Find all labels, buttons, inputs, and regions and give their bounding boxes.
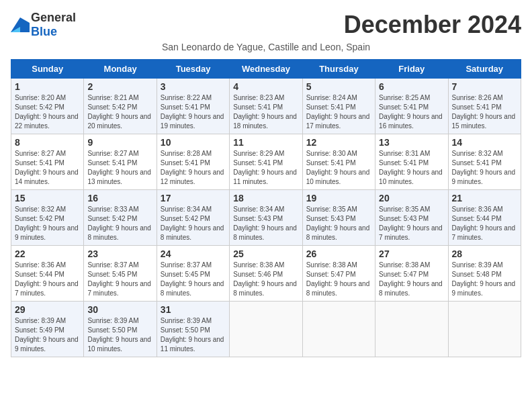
day-daylight: Daylight: 9 hours and 9 minutes. [452, 169, 516, 185]
day-sunset: Sunset: 5:45 PM [161, 271, 210, 278]
day-sunrise: Sunrise: 8:37 AM [161, 261, 212, 269]
day-number: 7 [452, 81, 517, 92]
calendar-cell: 22 Sunrise: 8:36 AM Sunset: 5:44 PM Dayl… [11, 246, 84, 302]
day-sunrise: Sunrise: 8:34 AM [161, 205, 212, 213]
logo-text: General Blue [31, 11, 76, 39]
day-number: 27 [379, 248, 444, 259]
header-row: Sunday Monday Tuesday Wednesday Thursday… [11, 60, 521, 79]
calendar-cell: 26 Sunrise: 8:38 AM Sunset: 5:47 PM Dayl… [302, 246, 375, 302]
calendar-cell: 25 Sunrise: 8:38 AM Sunset: 5:46 PM Dayl… [230, 246, 302, 302]
day-daylight: Daylight: 9 hours and 7 minutes. [87, 280, 151, 297]
day-daylight: Daylight: 9 hours and 8 minutes. [161, 224, 224, 241]
day-daylight: Daylight: 9 hours and 8 minutes. [233, 280, 297, 297]
logo-area: General Blue [11, 11, 76, 39]
logo-general: General [31, 11, 76, 24]
day-sunrise: Sunrise: 8:39 AM [87, 317, 138, 324]
calendar-cell: 28 Sunrise: 8:39 AM Sunset: 5:48 PM Dayl… [448, 246, 521, 302]
day-sunset: Sunset: 5:41 PM [161, 159, 210, 167]
calendar-cell: 27 Sunrise: 8:38 AM Sunset: 5:47 PM Dayl… [375, 246, 448, 302]
day-sunrise: Sunrise: 8:31 AM [379, 150, 430, 157]
calendar-cell: 8 Sunrise: 8:27 AM Sunset: 5:41 PM Dayli… [11, 134, 84, 190]
calendar-cell: 4 Sunrise: 8:23 AM Sunset: 5:41 PM Dayli… [230, 79, 302, 134]
day-sunrise: Sunrise: 8:33 AM [87, 205, 138, 213]
calendar-cell: 31 Sunrise: 8:39 AM Sunset: 5:50 PM Dayl… [157, 302, 229, 357]
day-sunset: Sunset: 5:49 PM [15, 326, 64, 334]
calendar-cell [230, 302, 302, 357]
page-container: General Blue December 2024 San Leonardo … [11, 11, 521, 357]
day-sunset: Sunset: 5:41 PM [379, 159, 429, 167]
calendar-week-4: 22 Sunrise: 8:36 AM Sunset: 5:44 PM Dayl… [11, 246, 521, 302]
day-sunset: Sunset: 5:41 PM [306, 159, 356, 167]
day-sunrise: Sunrise: 8:32 AM [15, 205, 66, 213]
day-daylight: Daylight: 9 hours and 10 minutes. [306, 169, 370, 185]
calendar-cell: 13 Sunrise: 8:31 AM Sunset: 5:41 PM Dayl… [375, 134, 448, 190]
day-daylight: Daylight: 9 hours and 8 minutes. [306, 224, 370, 241]
day-number: 11 [233, 137, 298, 148]
day-number: 14 [452, 137, 517, 148]
day-daylight: Daylight: 9 hours and 12 minutes. [161, 169, 224, 185]
calendar-cell: 2 Sunrise: 8:21 AM Sunset: 5:42 PM Dayli… [84, 79, 157, 134]
day-number: 5 [306, 81, 371, 92]
col-tuesday: Tuesday [157, 60, 229, 79]
day-sunset: Sunset: 5:42 PM [15, 103, 64, 111]
day-number: 1 [15, 81, 80, 92]
day-sunrise: Sunrise: 8:26 AM [452, 94, 503, 101]
col-sunday: Sunday [11, 60, 84, 79]
calendar-cell: 23 Sunrise: 8:37 AM Sunset: 5:45 PM Dayl… [84, 246, 157, 302]
day-number: 24 [161, 248, 226, 259]
calendar-cell [375, 302, 448, 357]
calendar-cell: 9 Sunrise: 8:27 AM Sunset: 5:41 PM Dayli… [84, 134, 157, 190]
day-daylight: Daylight: 9 hours and 18 minutes. [233, 113, 297, 130]
day-sunset: Sunset: 5:42 PM [87, 103, 137, 111]
day-daylight: Daylight: 9 hours and 19 minutes. [161, 113, 224, 130]
day-sunset: Sunset: 5:46 PM [233, 271, 283, 278]
day-sunset: Sunset: 5:41 PM [233, 103, 283, 111]
day-sunset: Sunset: 5:41 PM [161, 103, 210, 111]
day-daylight: Daylight: 9 hours and 22 minutes. [15, 113, 79, 130]
day-number: 31 [161, 304, 226, 315]
month-title: December 2024 [344, 11, 521, 39]
day-daylight: Daylight: 9 hours and 8 minutes. [379, 280, 443, 297]
day-sunset: Sunset: 5:41 PM [452, 103, 502, 111]
day-sunrise: Sunrise: 8:21 AM [87, 94, 138, 101]
day-sunrise: Sunrise: 8:30 AM [306, 150, 357, 157]
day-daylight: Daylight: 9 hours and 8 minutes. [306, 280, 370, 297]
day-sunrise: Sunrise: 8:36 AM [452, 205, 503, 213]
day-sunrise: Sunrise: 8:38 AM [379, 261, 430, 269]
calendar-cell: 6 Sunrise: 8:25 AM Sunset: 5:41 PM Dayli… [375, 79, 448, 134]
day-sunrise: Sunrise: 8:38 AM [306, 261, 357, 269]
day-daylight: Daylight: 9 hours and 17 minutes. [306, 113, 370, 130]
day-number: 23 [87, 248, 152, 259]
day-daylight: Daylight: 9 hours and 9 minutes. [15, 336, 79, 353]
day-sunrise: Sunrise: 8:28 AM [161, 150, 212, 157]
col-saturday: Saturday [448, 60, 521, 79]
day-number: 25 [233, 248, 298, 259]
day-sunset: Sunset: 5:48 PM [452, 271, 502, 278]
calendar-cell: 15 Sunrise: 8:32 AM Sunset: 5:42 PM Dayl… [11, 190, 84, 246]
day-daylight: Daylight: 9 hours and 9 minutes. [15, 224, 79, 241]
day-sunset: Sunset: 5:42 PM [15, 215, 64, 222]
day-daylight: Daylight: 9 hours and 11 minutes. [233, 169, 297, 185]
logo-blue: Blue [31, 25, 57, 38]
day-number: 20 [379, 193, 444, 203]
day-number: 3 [161, 81, 226, 92]
calendar-week-1: 1 Sunrise: 8:20 AM Sunset: 5:42 PM Dayli… [11, 79, 521, 134]
calendar-week-5: 29 Sunrise: 8:39 AM Sunset: 5:49 PM Dayl… [11, 302, 521, 357]
day-number: 13 [379, 137, 444, 148]
day-sunrise: Sunrise: 8:39 AM [161, 317, 212, 324]
day-daylight: Daylight: 9 hours and 10 minutes. [87, 336, 151, 353]
calendar-cell: 20 Sunrise: 8:35 AM Sunset: 5:43 PM Dayl… [375, 190, 448, 246]
day-daylight: Daylight: 9 hours and 10 minutes. [379, 169, 443, 185]
day-number: 15 [15, 193, 80, 203]
day-sunrise: Sunrise: 8:36 AM [15, 261, 66, 269]
day-number: 12 [306, 137, 371, 148]
calendar-cell: 30 Sunrise: 8:39 AM Sunset: 5:50 PM Dayl… [84, 302, 157, 357]
day-sunset: Sunset: 5:47 PM [306, 271, 356, 278]
day-number: 29 [15, 304, 80, 315]
day-daylight: Daylight: 9 hours and 16 minutes. [379, 113, 443, 130]
day-number: 22 [15, 248, 80, 259]
day-sunrise: Sunrise: 8:32 AM [452, 150, 503, 157]
calendar-cell: 17 Sunrise: 8:34 AM Sunset: 5:42 PM Dayl… [157, 190, 229, 246]
day-sunrise: Sunrise: 8:35 AM [306, 205, 357, 213]
day-sunrise: Sunrise: 8:23 AM [233, 94, 284, 101]
